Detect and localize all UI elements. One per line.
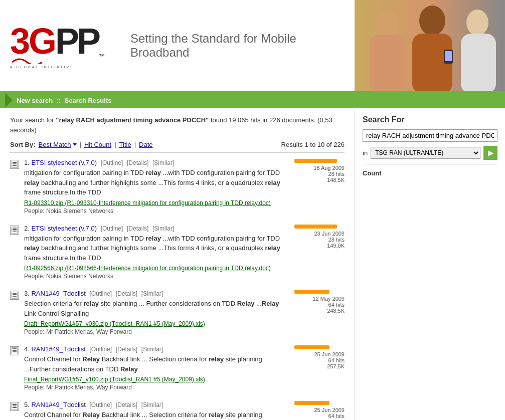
result-outline-link[interactable]: [Outline] xyxy=(89,290,112,297)
doc-icon-shape xyxy=(12,161,18,168)
best-match-label: Best Match xyxy=(39,141,71,148)
relevance-bar xyxy=(294,225,337,229)
result-number: 2. xyxy=(24,225,30,232)
scope-select[interactable]: TSG RAN (ULTRAN/LTE) All TSG SA TSG CT xyxy=(371,147,480,159)
summary-query: "relay RACH adjustment timing advance PD… xyxy=(56,116,209,124)
result-similar-link[interactable]: [Similar] xyxy=(141,290,163,297)
result-snippet: Selection criteria for relay site planni… xyxy=(24,299,289,318)
logo-trademark: ™ xyxy=(99,53,105,59)
svg-rect-6 xyxy=(461,34,496,92)
results-area: Your search for "relay RACH adjustment t… xyxy=(0,108,355,420)
result-item: 4. RAN1#49_Tdoclist [Outline] [Details] … xyxy=(10,345,345,391)
new-search-link[interactable]: New search xyxy=(17,97,53,104)
svg-point-5 xyxy=(466,10,488,36)
logo-tagline: A GLOBAL INITIATIVE xyxy=(10,65,105,69)
svg-point-3 xyxy=(419,6,445,36)
result-content: 2. ETSI stylesheet (v.7.0) [Outline] [De… xyxy=(24,225,289,280)
search-results-link[interactable]: Search Results xyxy=(65,97,112,104)
result-size: 149,0K xyxy=(294,243,345,249)
header-slogan: Setting the Standard for Mobile Broadban… xyxy=(130,32,296,59)
logo-area: 3G PP ™ A GLOBAL INITIATIVE xyxy=(0,13,120,79)
in-label: in xyxy=(363,149,368,157)
result-content: 5. RAN1#49_Tdoclist [Outline] [Details] … xyxy=(24,401,289,420)
header-slogan-area: Setting the Standard for Mobile Broadban… xyxy=(120,32,355,60)
result-details-link[interactable]: [Details] xyxy=(116,346,137,353)
result-title-link[interactable]: RAN1#49_Tdoclist xyxy=(31,290,85,297)
result-doc-icon xyxy=(10,291,19,300)
result-content: 3. RAN1#49_Tdoclist [Outline] [Details] … xyxy=(24,290,289,335)
result-item: 1. ETSI stylesheet (v.7.0) [Outline] [De… xyxy=(10,159,345,215)
result-file-link[interactable]: R1-092566.zip (R1-092566-Interference mi… xyxy=(24,265,289,272)
result-similar-link[interactable]: [Similar] xyxy=(141,346,163,353)
sort-sep-1: | xyxy=(80,141,81,148)
sort-sep-2: | xyxy=(114,141,116,148)
result-details-link[interactable]: [Details] xyxy=(116,290,137,297)
result-number: 3. xyxy=(24,290,30,297)
result-similar-link[interactable]: [Similar] xyxy=(152,225,174,232)
result-stats: 23 Jun 2009 28 hits 149,0K xyxy=(294,225,345,280)
nav-separator: :: xyxy=(57,97,60,104)
logo-3g: 3G xyxy=(10,23,55,59)
result-hits: 64 hits xyxy=(294,357,345,363)
result-outline-link[interactable]: [Outline] xyxy=(101,159,123,166)
result-item: 3. RAN1#49_Tdoclist [Outline] [Details] … xyxy=(10,290,345,335)
result-item: 2. ETSI stylesheet (v.7.0) [Outline] [De… xyxy=(10,225,345,280)
result-outline-link[interactable]: [Outline] xyxy=(89,401,112,408)
result-title-link[interactable]: ETSI stylesheet (v.7.0) xyxy=(31,159,97,166)
search-go-button[interactable]: ▶ xyxy=(483,146,497,160)
result-title-link[interactable]: RAN1#49_Tdoclist xyxy=(31,401,85,408)
result-date: 25 Jun 2009 xyxy=(294,407,345,413)
result-title-link[interactable]: ETSI stylesheet (v.7.0) xyxy=(31,225,97,232)
result-size: 148,5K xyxy=(294,177,345,183)
result-date: 12 May 2009 xyxy=(294,296,345,302)
svg-point-1 xyxy=(376,11,398,37)
result-people: People: Mr Patrick Merias, Way Forward xyxy=(24,384,289,391)
result-snippet: mitigation for configuration pairing in … xyxy=(24,234,289,263)
result-title: 5. RAN1#49_Tdoclist [Outline] [Details] … xyxy=(24,401,289,408)
result-details-link[interactable]: [Details] xyxy=(127,159,148,166)
result-file-link[interactable]: Final_ReportWG1#57_v100.zip (Tdoclist_RA… xyxy=(24,376,289,383)
result-outline-link[interactable]: [Outline] xyxy=(89,346,112,353)
count-label: Count xyxy=(363,169,497,177)
sort-sep-3: | xyxy=(134,141,136,148)
svg-rect-8 xyxy=(445,51,452,61)
result-details-link[interactable]: [Details] xyxy=(116,401,137,408)
result-similar-link[interactable]: [Similar] xyxy=(141,401,163,408)
search-input[interactable] xyxy=(363,129,497,142)
result-doc-icon xyxy=(10,402,19,411)
main-container: Your search for "relay RACH adjustment t… xyxy=(0,108,505,420)
result-stats: 25 Jun 2009 64 hits 257,5K xyxy=(294,345,345,391)
result-file-link[interactable]: Draft_ReportWG1#57_v030.zip (Tdoclist_RA… xyxy=(24,320,289,327)
doc-icon-shape xyxy=(12,403,18,410)
result-date: 18 Aug 2009 xyxy=(294,165,345,171)
date-sort[interactable]: Date xyxy=(139,141,152,148)
result-size: 257,5K xyxy=(294,363,345,369)
title-sort[interactable]: Title xyxy=(119,141,131,148)
result-size: 248,5K xyxy=(294,308,345,314)
hit-count-sort[interactable]: Hit Count xyxy=(84,141,111,148)
search-summary: Your search for "relay RACH adjustment t… xyxy=(10,115,345,135)
best-match-sort[interactable]: Best Match xyxy=(39,141,77,148)
result-title: 3. RAN1#49_Tdoclist [Outline] [Details] … xyxy=(24,290,289,297)
relevance-bar xyxy=(294,345,329,349)
result-hits: 64 hits xyxy=(294,413,345,419)
header-people-svg xyxy=(355,0,505,92)
sidebar-title: Search For xyxy=(363,115,497,124)
result-item: 5. RAN1#49_Tdoclist [Outline] [Details] … xyxy=(10,401,345,420)
header-image xyxy=(355,0,505,92)
result-file-link[interactable]: R1-093310.zip (R1-093310-Interference mi… xyxy=(24,199,289,206)
result-doc-icon xyxy=(10,160,19,169)
result-details-link[interactable]: [Details] xyxy=(127,225,148,232)
doc-icon-shape xyxy=(12,347,18,354)
result-title-link[interactable]: RAN1#49_Tdoclist xyxy=(31,345,85,353)
result-date: 25 Jun 2009 xyxy=(294,351,345,357)
logo-pp: PP xyxy=(55,23,98,59)
result-content: 4. RAN1#49_Tdoclist [Outline] [Details] … xyxy=(24,345,289,391)
result-stats: 12 May 2009 64 hits 248,5K xyxy=(294,290,345,335)
results-count: Results 1 to 10 of 226 xyxy=(281,141,345,148)
result-similar-link[interactable]: [Similar] xyxy=(152,159,174,166)
search-in-row: in TSG RAN (ULTRAN/LTE) All TSG SA TSG C… xyxy=(363,146,497,160)
result-hits: 28 hits xyxy=(294,171,345,177)
sort-bar: Sort By: Best Match | Hit Count | Title … xyxy=(10,141,345,153)
result-outline-link[interactable]: [Outline] xyxy=(101,225,123,232)
